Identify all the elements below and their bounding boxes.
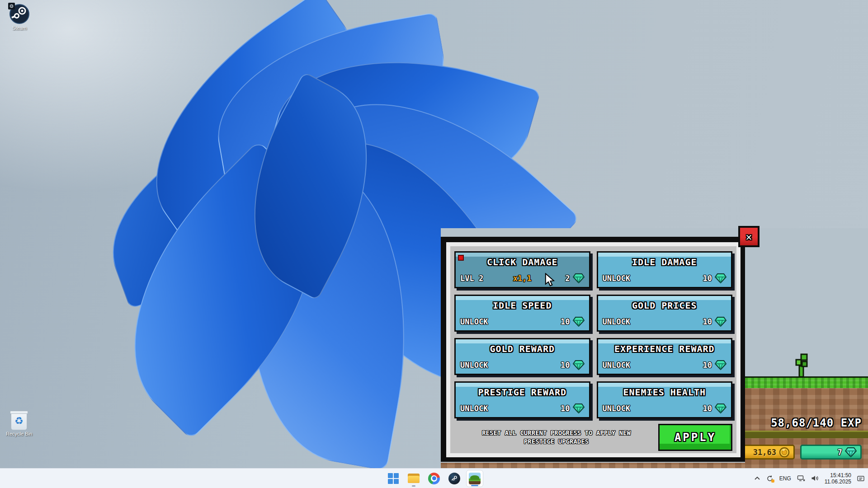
upgrade-tile-enemies-health[interactable]: ENEMIES HEALTH UNLOCK 10: [597, 381, 733, 418]
chrome-icon: [428, 473, 440, 484]
taskbar-steam[interactable]: [446, 470, 463, 487]
dialog-footer: RESET ALL CURRENT PROGRESS TO APPLY NEW …: [454, 424, 732, 451]
running-indicator: [412, 485, 415, 487]
sync-badge: [771, 479, 774, 483]
taskbar: ENG 15:41:50 11.06.2025: [0, 468, 868, 488]
desktop-icon-steam[interactable]: Steam: [4, 4, 35, 31]
upgrade-multiplier: x1,1: [513, 274, 532, 283]
owned-indicator: [458, 255, 464, 261]
gem-value: 7: [838, 448, 842, 457]
upgrade-title: GOLD PRICES: [598, 300, 731, 311]
gem-icon: [715, 360, 726, 370]
upgrade-tile-idle-damage[interactable]: IDLE DAMAGE UNLOCK 10: [597, 251, 733, 288]
tray-date: 11.06.2025: [825, 479, 851, 485]
reset-warning: RESET ALL CURRENT PROGRESS TO APPLY NEW …: [454, 429, 658, 446]
apply-button-label: APPLY: [675, 431, 716, 444]
game-icon: [469, 473, 481, 484]
taskbar-game-window[interactable]: [466, 470, 483, 487]
coin-icon: [779, 447, 790, 458]
file-explorer-icon: [408, 474, 420, 483]
tray-speaker-icon[interactable]: [811, 475, 819, 482]
gem-icon: [573, 360, 585, 370]
upgrade-title: ENEMIES HEALTH: [598, 387, 731, 398]
tray-notification-icon[interactable]: [857, 475, 864, 482]
mouse-cursor: [545, 273, 556, 287]
gem-icon: [845, 447, 857, 457]
active-indicator: [471, 485, 478, 486]
desktop-icon-label: Recycle Bin: [5, 431, 33, 436]
gem-icon: [715, 404, 726, 413]
upgrade-title: GOLD REWARD: [456, 343, 589, 354]
prestige-dialog: CLICK DAMAGE LVL 2 x1,1 2 IDLE DA: [441, 237, 745, 462]
close-icon: ✕: [746, 231, 752, 243]
upgrade-info-row: UNLOCK 10: [460, 360, 585, 371]
upgrade-cost: 10: [703, 404, 712, 413]
gold-value: 31,63: [753, 448, 776, 457]
upgrade-title: EXPERIENCE REWARD: [598, 343, 731, 354]
upgrade-tile-experience-reward[interactable]: EXPERIENCE REWARD UNLOCK 10: [597, 338, 733, 375]
taskbar-file-explorer[interactable]: [405, 470, 422, 487]
upgrade-tile-click-damage[interactable]: CLICK DAMAGE LVL 2 x1,1 2: [454, 251, 590, 288]
shortcut-badge-icon: [8, 3, 15, 9]
tray-sync-icon[interactable]: [766, 475, 774, 482]
exp-value: 58,68/140 EXP: [771, 417, 862, 429]
upgrade-info-row: UNLOCK 10: [603, 273, 727, 284]
tray-chevron-up-icon[interactable]: [754, 476, 760, 480]
upgrade-tile-idle-speed[interactable]: IDLE SPEED UNLOCK 10: [454, 295, 590, 332]
windows-start-icon: [388, 473, 399, 484]
taskbar-chrome[interactable]: [425, 470, 443, 487]
screen: Steam ♻ Recycle Bin 58,68/140 EXP 31,63 …: [0, 0, 868, 488]
reset-warning-line2: PRESTIGE UPGRADES: [457, 437, 656, 446]
upgrade-status: LVL 2: [460, 274, 483, 283]
gold-counter: 31,63: [741, 445, 795, 460]
upgrade-title: CLICK DAMAGE: [456, 257, 589, 267]
start-button[interactable]: [385, 470, 402, 487]
upgrade-tile-gold-reward[interactable]: GOLD REWARD UNLOCK 10: [454, 338, 590, 375]
upgrade-info-row: UNLOCK 10: [603, 316, 727, 327]
upgrade-cost: 10: [561, 404, 570, 413]
upgrade-info-row: LVL 2 x1,1 2: [460, 273, 585, 284]
grass-terrain: [745, 376, 868, 389]
tray-clock[interactable]: 15:41:50 11.06.2025: [825, 472, 851, 485]
desktop-icon-recycle-bin[interactable]: ♻ Recycle Bin: [5, 412, 33, 436]
upgrade-title: IDLE SPEED: [456, 300, 589, 311]
system-tray: ENG 15:41:50 11.06.2025: [754, 469, 864, 488]
upgrade-info-row: UNLOCK 10: [460, 316, 585, 327]
pixel-plant: [793, 352, 810, 378]
gem-icon: [573, 317, 585, 327]
gem-counter: 7: [800, 445, 862, 460]
upgrade-info-row: UNLOCK 10: [460, 403, 585, 414]
upgrade-tile-gold-prices[interactable]: GOLD PRICES UNLOCK 10: [597, 295, 733, 332]
gem-icon: [715, 273, 726, 283]
gem-icon: [573, 273, 585, 283]
taskbar-center: [385, 469, 483, 488]
upgrade-status: UNLOCK: [603, 404, 630, 413]
upgrade-grid: CLICK DAMAGE LVL 2 x1,1 2 IDLE DA: [454, 251, 732, 418]
upgrade-cost: 10: [561, 317, 570, 326]
upgrade-info-row: UNLOCK 10: [603, 360, 727, 371]
dialog-content: CLICK DAMAGE LVL 2 x1,1 2 IDLE DA: [450, 246, 736, 453]
desktop-icon-label: Steam: [4, 25, 35, 31]
upgrade-cost: 10: [703, 274, 712, 283]
dialog-frame: CLICK DAMAGE LVL 2 x1,1 2 IDLE DA: [446, 242, 741, 457]
tray-language[interactable]: ENG: [779, 475, 791, 482]
upgrade-title: IDLE DAMAGE: [598, 257, 731, 267]
upgrade-info-row: UNLOCK 10: [603, 403, 727, 414]
steam-icon: [448, 473, 460, 484]
gem-icon: [573, 404, 585, 413]
close-button[interactable]: ✕: [738, 226, 760, 247]
gem-icon: [715, 317, 726, 327]
upgrade-status: UNLOCK: [603, 361, 630, 370]
upgrade-tile-prestige-reward[interactable]: PRESTIGE REWARD UNLOCK 10: [454, 381, 590, 418]
tray-time: 15:41:50: [825, 472, 851, 479]
upgrade-cost: 10: [703, 317, 712, 326]
upgrade-status: UNLOCK: [603, 317, 630, 326]
recycle-glyph: ♻: [11, 414, 27, 430]
upgrade-status: UNLOCK: [460, 361, 488, 370]
upgrade-title: PRESTIGE REWARD: [456, 387, 589, 398]
tray-network-icon[interactable]: [797, 475, 805, 482]
upgrade-cost: 2: [565, 274, 570, 283]
upgrade-status: UNLOCK: [460, 404, 488, 413]
apply-button[interactable]: APPLY: [658, 424, 732, 451]
reset-warning-line1: RESET ALL CURRENT PROGRESS TO APPLY NEW: [457, 429, 656, 437]
